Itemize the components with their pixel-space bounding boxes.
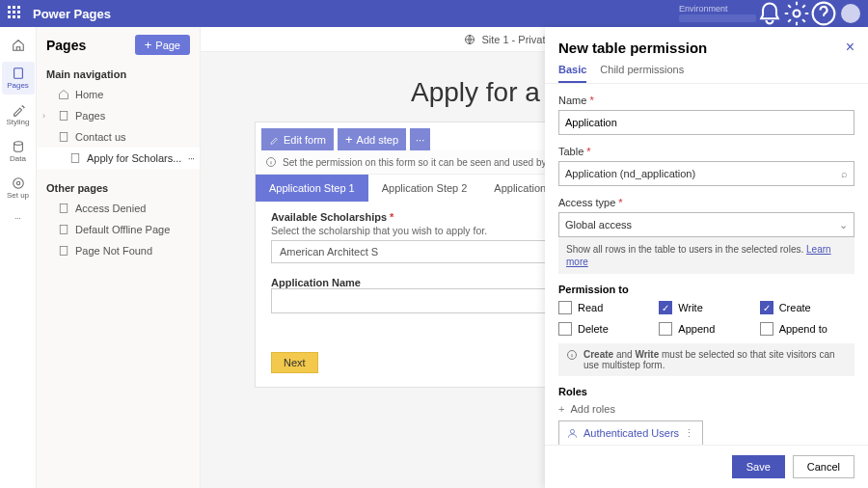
roles-section-label: Roles (558, 386, 854, 397)
table-label: Table (558, 146, 591, 157)
svg-point-5 (16, 181, 20, 185)
name-input[interactable] (558, 110, 854, 135)
nav-item-access-denied[interactable]: Access Denied (37, 198, 200, 219)
svg-rect-8 (60, 133, 68, 142)
svg-point-4 (14, 142, 22, 146)
more-icon[interactable]: ··· (2, 208, 35, 228)
role-chip[interactable]: Authenticated Users ⋮ (558, 420, 703, 445)
notifications-icon[interactable] (756, 0, 783, 27)
styling-workspace[interactable]: Styling (2, 98, 35, 131)
permission-grid: Read Write Create Delete Append Append t… (558, 301, 854, 336)
svg-rect-3 (14, 68, 22, 79)
add-roles-button[interactable]: +Add roles (558, 403, 854, 415)
save-button[interactable]: Save (732, 455, 785, 478)
nav-item-contact[interactable]: Contact us (37, 126, 200, 148)
settings-icon[interactable] (783, 0, 810, 27)
search-icon: ⌕ (841, 168, 848, 179)
environment-picker[interactable]: Environment (673, 5, 756, 23)
data-workspace[interactable]: Data (2, 135, 35, 168)
avatar[interactable] (841, 4, 860, 23)
page-nav: Pages +Page Main navigation Home ›Pages … (37, 27, 201, 488)
nav-item-home[interactable]: Home (37, 84, 200, 105)
nav-title: Pages (46, 38, 86, 53)
nav-item-apply[interactable]: Apply for Scholars... (37, 148, 200, 169)
table-permission-panel: New table permission × Basic Child permi… (545, 27, 868, 488)
access-combo[interactable]: Global access⌄ (558, 212, 854, 237)
edit-form-button[interactable]: Edit form (261, 128, 334, 150)
chevron-down-icon: ⌄ (839, 219, 848, 231)
user-icon (567, 428, 578, 439)
svg-point-1 (794, 11, 800, 17)
add-step-button[interactable]: +Add step (338, 128, 406, 150)
tab-child-permissions[interactable]: Child permissions (600, 64, 684, 83)
cancel-button[interactable]: Cancel (793, 455, 854, 478)
tab-basic[interactable]: Basic (558, 64, 586, 83)
app-launcher-icon[interactable] (8, 6, 23, 21)
permission-warning: Create and Write must be selected so tha… (558, 343, 854, 376)
pages-workspace[interactable]: Pages (2, 62, 35, 95)
svg-rect-10 (60, 204, 68, 213)
access-note: Show all rows in the table to users in t… (558, 237, 854, 274)
nav-item-pages[interactable]: ›Pages (37, 105, 200, 126)
info-icon (566, 349, 578, 361)
svg-rect-11 (60, 226, 68, 234)
info-icon (265, 156, 277, 168)
access-label: Access type (558, 197, 623, 208)
close-panel-icon[interactable]: × (846, 39, 854, 56)
permission-to-label: Permission to (558, 284, 854, 295)
perm-append[interactable]: Append (659, 322, 753, 336)
globe-icon (464, 34, 475, 45)
section-main-navigation: Main navigation (37, 63, 200, 84)
section-other-pages: Other pages (37, 176, 200, 198)
left-rail: Pages Styling Data Set up ··· (0, 27, 37, 488)
panel-tabs: Basic Child permissions (545, 64, 868, 84)
svg-rect-7 (60, 112, 68, 121)
perm-read[interactable]: Read (558, 301, 653, 314)
panel-title: New table permission (558, 40, 707, 56)
app-banner: Power Pages Environment (0, 0, 868, 27)
more-actions-button[interactable]: ··· (410, 128, 430, 150)
help-icon[interactable] (810, 0, 837, 27)
perm-delete[interactable]: Delete (558, 322, 653, 336)
setup-workspace[interactable]: Set up (2, 172, 35, 204)
svg-rect-9 (71, 154, 79, 163)
perm-write[interactable]: Write (659, 301, 753, 314)
table-combo[interactable]: Application (nd_application)⌕ (558, 161, 854, 186)
tab-step2[interactable]: Application Step 2 (368, 175, 481, 202)
perm-create[interactable]: Create (760, 301, 854, 314)
svg-rect-12 (60, 247, 68, 256)
nav-item-offline[interactable]: Default Offline Page (37, 219, 200, 240)
new-page-button[interactable]: +Page (135, 35, 190, 55)
svg-point-6 (13, 178, 23, 189)
nav-item-notfound[interactable]: Page Not Found (37, 240, 200, 261)
brand-name: Power Pages (33, 7, 111, 21)
tab-step1[interactable]: Application Step 1 (256, 175, 368, 202)
svg-point-18 (570, 429, 574, 433)
perm-append-to[interactable]: Append to (760, 322, 854, 336)
chip-menu-icon[interactable]: ⋮ (684, 427, 694, 440)
home-icon[interactable] (2, 33, 35, 58)
next-button[interactable]: Next (271, 352, 318, 373)
name-label: Name (558, 95, 594, 106)
